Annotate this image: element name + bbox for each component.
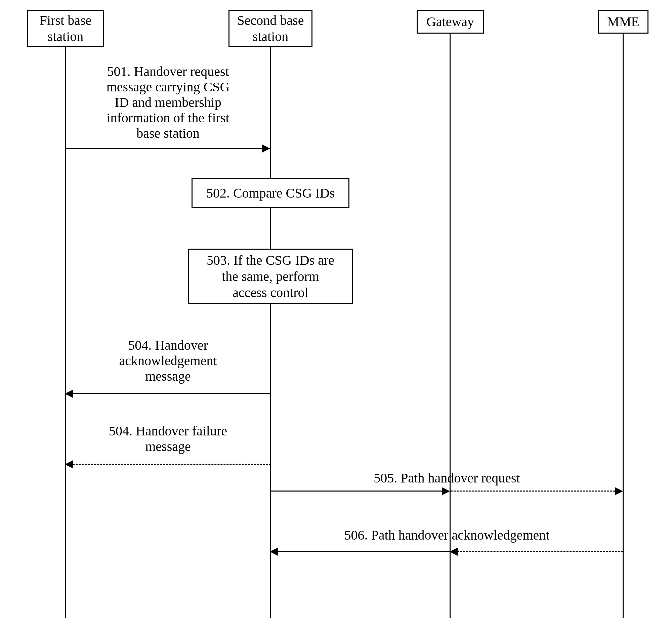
msg-505-arrow-seg2	[451, 490, 615, 491]
process-502: 502. Compare CSG IDs	[192, 178, 349, 208]
msg-505-arrowhead2	[615, 487, 623, 495]
msg-501-arrowhead	[262, 145, 270, 153]
msg-505-label: 505. Path handover request	[312, 470, 581, 486]
lifeline-first-base-station	[65, 47, 66, 618]
msg-506-arrowhead1	[450, 548, 458, 556]
actor-first-base-station: First basestation	[27, 10, 104, 47]
msg-505-arrow-seg1	[271, 490, 442, 491]
msg-506-arrowhead2	[270, 548, 278, 556]
actor-mme: MME	[598, 10, 649, 34]
process-503: 503. If the CSG IDs arethe same, perform…	[188, 249, 353, 304]
lifeline-second-base-station-seg1	[270, 47, 271, 178]
actor-second-base-station: Second basestation	[229, 10, 312, 47]
msg-505-arrowhead1	[442, 487, 450, 495]
process-label: 503. If the CSG IDs arethe same, perform…	[207, 252, 334, 301]
msg-506-arrow-seg2	[278, 551, 451, 552]
actor-label: First basestation	[40, 13, 91, 45]
lifeline-mme	[623, 34, 624, 618]
lifeline-second-base-station-seg2	[270, 208, 271, 249]
msg-506-arrow-seg1	[457, 551, 623, 552]
msg-501-arrow	[66, 148, 262, 149]
msg-504a-label: 504. Handoveracknowledgementmessage	[87, 338, 248, 384]
actor-gateway: Gateway	[417, 10, 484, 34]
msg-504a-arrowhead	[65, 390, 73, 398]
msg-504b-arrowhead	[65, 460, 73, 468]
msg-506-label: 506. Path handover acknowledgement	[292, 527, 602, 543]
actor-label: Gateway	[426, 14, 474, 30]
msg-501-label: 501. Handover requestmessage carrying CS…	[74, 64, 262, 141]
sequence-diagram: First basestation Second basestation Gat…	[0, 0, 672, 635]
lifeline-second-base-station-seg3	[270, 304, 271, 618]
msg-504b-label: 504. Handover failuremessage	[87, 423, 248, 454]
actor-label: Second basestation	[237, 13, 304, 45]
process-label: 502. Compare CSG IDs	[206, 185, 335, 201]
msg-504b-arrow	[72, 464, 271, 465]
msg-504a-arrow	[72, 393, 271, 394]
actor-label: MME	[607, 14, 640, 30]
